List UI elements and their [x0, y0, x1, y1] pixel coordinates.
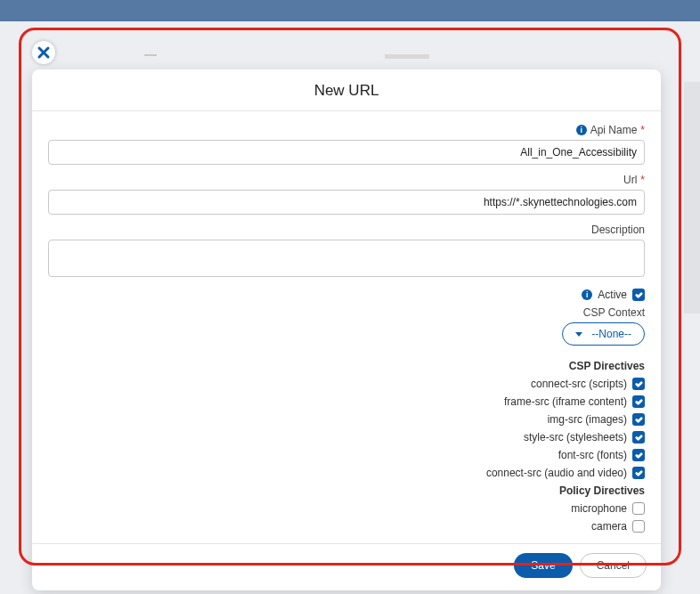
csp-directive-1-label: frame-src (iframe content): [504, 395, 627, 408]
csp-directive-5-row: connect-src (audio and video): [48, 467, 645, 479]
top-header-band: [0, 0, 700, 21]
policy-directives-title: Policy Directives: [48, 484, 645, 497]
csp-directive-1-row: frame-src (iframe content): [48, 395, 645, 408]
required-asterisk: *: [640, 174, 645, 186]
policy-directive-1-checkbox[interactable]: [632, 520, 645, 533]
field-description: Description: [48, 224, 645, 280]
check-icon: [635, 434, 643, 442]
policy-directive-1-row: camera: [48, 520, 645, 533]
url-label: Url: [623, 174, 637, 186]
active-label: Active: [598, 289, 627, 301]
csp-directive-1-checkbox[interactable]: [632, 395, 645, 408]
csp-directive-2-row: img-src (images): [48, 413, 645, 426]
api-name-label-row: * Api Name i: [48, 124, 645, 136]
active-row: Active i: [48, 289, 645, 301]
csp-directive-2-checkbox[interactable]: [632, 413, 645, 426]
csp-directive-3-row: style-src (stylesheets): [48, 431, 645, 443]
csp-directive-3-checkbox[interactable]: [632, 431, 645, 443]
description-label-row: Description: [48, 224, 645, 236]
field-url: * Url: [48, 174, 645, 215]
csp-context-label: CSP Context: [48, 306, 645, 319]
csp-directive-5-label: connect-src (audio and video): [486, 467, 627, 479]
modal-title: New URL: [32, 69, 661, 111]
csp-directive-4-label: font-src (fonts): [558, 449, 627, 461]
description-label: Description: [591, 224, 645, 236]
csp-context-value: --None--: [591, 328, 631, 340]
csp-directive-3-label: style-src (stylesheets): [524, 431, 627, 443]
modal-footer: Save Cancel: [32, 543, 661, 590]
policy-directive-0-row: microphone: [48, 502, 645, 515]
policy-directive-0-label: microphone: [571, 502, 627, 515]
check-icon: [635, 398, 643, 406]
csp-directives-title: CSP Directives: [48, 360, 645, 372]
csp-directive-0-checkbox[interactable]: [632, 378, 645, 390]
csp-context-dropdown[interactable]: --None--: [562, 322, 645, 346]
api-name-label: Api Name: [590, 124, 638, 136]
csp-directive-4-checkbox[interactable]: [632, 449, 645, 461]
required-asterisk: *: [640, 124, 645, 136]
policy-directive-0-checkbox[interactable]: [632, 502, 645, 515]
check-icon: [635, 291, 643, 299]
api-name-input[interactable]: [48, 140, 645, 165]
check-icon: [635, 452, 643, 460]
policy-directives-list: microphonecamera: [48, 502, 645, 533]
info-icon[interactable]: i: [576, 125, 587, 135]
cancel-button[interactable]: Cancel: [580, 553, 647, 578]
field-api-name: * Api Name i: [48, 124, 645, 165]
save-button[interactable]: Save: [514, 553, 572, 578]
info-icon[interactable]: i: [582, 289, 592, 300]
policy-directive-1-label: camera: [591, 520, 627, 533]
bg-decoration: [684, 82, 700, 313]
close-icon: [37, 45, 51, 60]
new-url-modal: New URL * Api Name i * Url Description: [32, 69, 661, 590]
csp-directive-0-label: connect-src (scripts): [531, 378, 627, 390]
description-textarea[interactable]: [48, 240, 645, 277]
active-checkbox[interactable]: [632, 289, 645, 301]
check-icon: [635, 380, 643, 388]
close-button[interactable]: [32, 41, 55, 64]
bg-decoration: [144, 54, 157, 56]
url-input[interactable]: [48, 190, 645, 215]
check-icon: [635, 416, 643, 424]
csp-directive-4-row: font-src (fonts): [48, 449, 645, 461]
modal-body: * Api Name i * Url Description: [32, 111, 661, 533]
csp-directive-0-row: connect-src (scripts): [48, 378, 645, 390]
csp-directive-5-checkbox[interactable]: [632, 467, 645, 479]
csp-directives-list: connect-src (scripts)frame-src (iframe c…: [48, 378, 645, 479]
check-icon: [635, 469, 643, 477]
bg-decoration: [385, 54, 429, 59]
csp-directive-2-label: img-src (images): [548, 413, 627, 426]
chevron-down-icon: [575, 332, 582, 337]
url-label-row: * Url: [48, 174, 645, 186]
